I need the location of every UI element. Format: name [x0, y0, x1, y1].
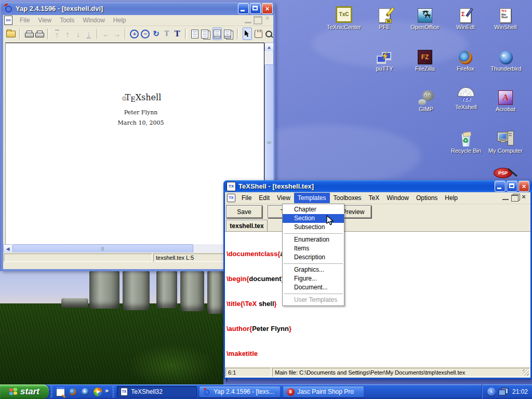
desktop-icon-firefox[interactable]: Firefox: [446, 45, 485, 72]
resize-grip[interactable]: [523, 369, 529, 376]
menu-help[interactable]: Help: [441, 193, 461, 203]
mdi-restore-icon[interactable]: [254, 16, 262, 24]
desktop-icon-winshell[interactable]: TEXWinShell WinShell: [486, 3, 525, 31]
save-button[interactable]: Save: [226, 205, 262, 218]
maximize-button[interactable]: [507, 181, 517, 192]
menu-help[interactable]: Help: [109, 16, 130, 25]
desktop-icon-putty[interactable]: ⚡ puTTY: [365, 45, 404, 72]
close-button[interactable]: ×: [262, 3, 273, 14]
thunderbird-icon: [486, 45, 526, 64]
maximize-button[interactable]: [250, 3, 261, 14]
gimp-icon: [406, 85, 446, 105]
first-page-icon[interactable]: ↑: [53, 28, 61, 39]
taskbar-clock[interactable]: 21:02: [511, 388, 528, 395]
menu-item-section[interactable]: Section: [283, 214, 344, 223]
mdi-close-icon[interactable]: [521, 195, 527, 200]
menu-file[interactable]: File: [238, 193, 255, 203]
continuous-two-page-view-icon[interactable]: [224, 28, 233, 39]
desktop-icon-recycle-bin[interactable]: ♻ Recycle Bin: [446, 127, 486, 154]
menu-window[interactable]: Window: [78, 16, 109, 25]
wallpaper-stone: [89, 271, 119, 309]
hand-pan-icon[interactable]: [254, 28, 262, 39]
dvi-author: Peter Flynn: [37, 109, 245, 116]
menu-item-figure[interactable]: Figure...: [283, 274, 344, 283]
taskbar-button-yap[interactable]: Yap 2.4.1596 - [texs...: [199, 386, 281, 397]
menu-toolboxes[interactable]: Toolboxes: [330, 193, 365, 203]
desktop-icon-texniccenter[interactable]: TxC TeXnicCenter: [324, 3, 364, 31]
menu-view[interactable]: View: [34, 16, 56, 25]
texshell-document-icon: TX: [227, 194, 235, 202]
mdi-child-controls: [245, 16, 273, 24]
menu-view[interactable]: View: [273, 193, 294, 203]
print-icon[interactable]: [24, 28, 33, 39]
mdi-minimize-icon[interactable]: [245, 16, 251, 23]
desktop-icon-openoffice[interactable]: OpenOffice: [405, 3, 445, 31]
menu-tex[interactable]: TeX: [365, 193, 383, 203]
minimize-button[interactable]: [495, 181, 506, 192]
menu-templates[interactable]: Templates: [294, 193, 330, 203]
desktop-icon-filezilla[interactable]: FZ FileZilla: [405, 45, 445, 72]
firefox-quicklaunch-icon[interactable]: [68, 387, 78, 397]
desktop-icon-texshell[interactable]: TEX TeXshell: [446, 83, 486, 111]
menu-item-description[interactable]: Description: [283, 253, 344, 262]
menu-tools[interactable]: Tools: [56, 16, 78, 25]
menu-file[interactable]: File: [16, 16, 34, 25]
open-file-icon[interactable]: [6, 28, 16, 39]
mdi-minimize-icon[interactable]: [502, 195, 509, 200]
close-button[interactable]: ×: [518, 181, 529, 192]
forward-icon[interactable]: →: [113, 28, 121, 39]
ruler-tool-icon[interactable]: T: [163, 28, 171, 39]
continuous-view-icon[interactable]: [212, 28, 222, 40]
yap-titlebar[interactable]: Yap 2.4.1596 - [texshell.dvi] ×: [1, 2, 275, 15]
start-button[interactable]: start: [0, 384, 49, 399]
print-setup-icon[interactable]: [35, 28, 44, 39]
desktop-icon-winedt[interactable]: Σ WinEdt: [446, 3, 485, 31]
show-desktop-icon[interactable]: [55, 387, 65, 397]
hide-tray-icons-chevron[interactable]: ‹: [487, 388, 496, 396]
menu-item-chapter[interactable]: Chapter: [283, 205, 344, 214]
dvi-date: March 10, 2005: [37, 119, 245, 126]
desktop-icon-thunderbird[interactable]: Thunderbird: [486, 45, 526, 72]
network-tray-icon[interactable]: [498, 388, 509, 396]
pfe-icon: 32: [365, 3, 404, 23]
dvi-title: ⚙TEXshell: [37, 92, 245, 102]
single-page-view-icon[interactable]: [191, 28, 199, 39]
refresh-icon[interactable]: ↻: [152, 28, 160, 39]
menu-item-enumeration[interactable]: Enumeration: [283, 235, 344, 244]
texshell-statusbar: 6:1 Main file: C:\Documents and Settings…: [225, 367, 530, 378]
recycle-bin-icon: ♻: [446, 127, 486, 147]
desktop-icon-pfe[interactable]: 32 PFE: [365, 3, 404, 31]
next-page-icon[interactable]: ↓: [74, 28, 82, 39]
zoom-in-icon[interactable]: +: [130, 28, 139, 39]
desktop-icon-my-computer[interactable]: My Computer: [486, 127, 525, 154]
two-page-view-icon[interactable]: [201, 28, 210, 39]
menu-item-graphics[interactable]: Graphics...: [283, 265, 344, 274]
taskbar-button-paintshoppro[interactable]: 8 Jasc Paint Shop Pro: [283, 386, 364, 397]
mdi-close-icon[interactable]: [264, 16, 271, 22]
previous-page-icon[interactable]: ↑: [63, 28, 72, 39]
desktop-icon-gimp[interactable]: GIMP: [406, 85, 446, 113]
zoom-out-icon[interactable]: −: [141, 28, 150, 39]
taskbar-button-texshell32[interactable]: TX TeXShell32: [117, 386, 197, 397]
desktop-icon-paintshoppro-partial[interactable]: PSP: [494, 167, 512, 179]
texshell-titlebar[interactable]: TX TeXShell - [texshell.tex] ×: [223, 180, 532, 192]
desktop-icon-acrobat[interactable]: A Acrobat: [486, 85, 525, 113]
tab-texshell-tex[interactable]: texshell.tex: [226, 220, 268, 232]
text-tool-icon[interactable]: T: [173, 28, 181, 39]
menu-item-document[interactable]: Document...: [283, 283, 344, 292]
menu-options[interactable]: Options: [413, 193, 441, 203]
select-arrow-icon[interactable]: [243, 28, 252, 40]
minimize-button[interactable]: [238, 3, 249, 14]
last-page-icon[interactable]: ↓: [85, 28, 93, 39]
media-player-quicklaunch-icon[interactable]: [92, 387, 103, 397]
mdi-restore-icon[interactable]: [511, 195, 518, 202]
menu-window[interactable]: Window: [383, 193, 413, 203]
menu-edit[interactable]: Edit: [255, 193, 273, 203]
quicklaunch-overflow-chevron[interactable]: »: [105, 387, 109, 394]
code-editor[interactable]: \documentclass{article} \begin{document}…: [225, 231, 530, 367]
thunderbird-quicklaunch-icon[interactable]: [80, 387, 90, 397]
magnifier-icon[interactable]: [265, 28, 273, 39]
back-icon[interactable]: ←: [102, 28, 110, 39]
menu-item-items[interactable]: Items: [283, 244, 344, 253]
menu-item-subsection[interactable]: Subsection: [283, 223, 344, 232]
